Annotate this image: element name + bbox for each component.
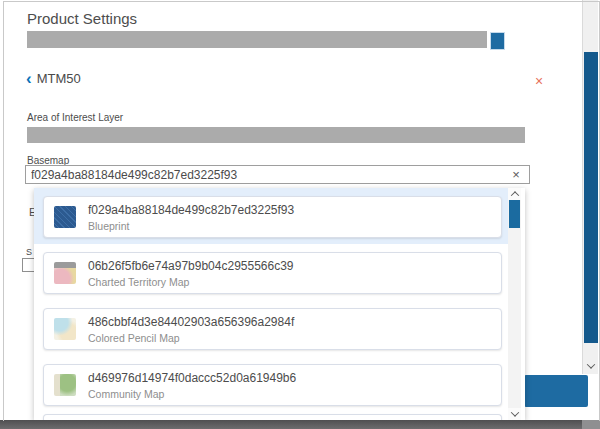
product-title-redacted-bar	[27, 31, 487, 48]
primary-action-button[interactable]	[524, 375, 588, 407]
window-bottom-edge	[0, 420, 600, 429]
close-icon[interactable]: ×	[531, 73, 547, 89]
basemap-option-id: f029a4ba88184de499c82b7ed3225f93	[88, 203, 294, 217]
back-chevron-icon: ‹	[26, 72, 32, 86]
basemap-option-card[interactable]: f029a4ba88184de499c82b7ed3225f93 Bluepri…	[43, 196, 502, 238]
scroll-down-icon[interactable]	[508, 408, 521, 420]
basemap-option-meta: f029a4ba88184de499c82b7ed3225f93 Bluepri…	[88, 203, 294, 232]
basemap-dropdown-list: f029a4ba88184de499c82b7ed3225f93 Bluepri…	[34, 188, 525, 420]
basemap-option-id: 486cbbf4d3e84402903a656396a2984f	[88, 315, 294, 329]
bg-partial-label: S	[26, 247, 32, 257]
basemap-option-name: Blueprint	[88, 220, 294, 232]
aoi-redacted-input[interactable]	[27, 127, 525, 143]
basemap-input[interactable]	[25, 165, 530, 184]
page-scrollbar[interactable]	[582, 0, 598, 374]
basemap-option-meta: 06b26f5fb6e74a97b9b04c2955566c39 Charted…	[88, 259, 294, 288]
basemap-option-card[interactable]: 486cbbf4d3e84402903a656396a2984f Colored…	[43, 308, 502, 350]
basemap-option-id: d469976d14974f0daccc52d0a61949b6	[88, 371, 296, 385]
basemap-option-name: Charted Territory Map	[88, 276, 294, 288]
basemap-option-row[interactable]: 06b26f5fb6e74a97b9b04c2955566c39 Charted…	[34, 244, 511, 300]
basemap-option-row[interactable]: d469976d14974f0daccc52d0a61949b6 Communi…	[34, 356, 511, 412]
basemap-option-meta: 486cbbf4d3e84402903a656396a2984f Colored…	[88, 315, 294, 344]
basemap-option-card[interactable]: d469976d14974f0daccc52d0a61949b6 Communi…	[43, 364, 502, 406]
dropdown-scrollbar-thumb[interactable]	[509, 200, 520, 228]
basemap-thumbnail	[54, 374, 76, 396]
basemap-thumbnail	[54, 206, 76, 228]
page-scroll-down-icon[interactable]	[583, 358, 598, 374]
back-button-label: MTM50	[37, 71, 81, 86]
basemap-option-card[interactable]: 06b26f5fb6e74a97b9b04c2955566c39 Charted…	[43, 252, 502, 294]
blue-swatch-button[interactable]	[490, 32, 505, 50]
basemap-option-row[interactable]: 486cbbf4d3e84402903a656396a2984f Colored…	[34, 300, 511, 356]
basemap-option-meta: d469976d14974f0daccc52d0a61949b6 Communi…	[88, 371, 296, 400]
scroll-up-icon[interactable]	[508, 188, 521, 200]
aoi-field-label: Area of Interest Layer	[27, 112, 123, 123]
basemap-thumbnail	[54, 318, 76, 340]
basemap-option-row[interactable]: f029a4ba88184de499c82b7ed3225f93 Bluepri…	[34, 188, 511, 244]
basemap-option-name: Community Map	[88, 388, 296, 400]
clear-input-icon[interactable]: ×	[507, 167, 525, 182]
back-button[interactable]: ‹ MTM50	[26, 71, 81, 86]
dropdown-scrollbar[interactable]	[508, 188, 521, 420]
basemap-option-name: Colored Pencil Map	[88, 332, 294, 344]
basemap-option-id: 06b26f5fb6e74a97b9b04c2955566c39	[88, 259, 294, 273]
page-scrollbar-thumb[interactable]	[584, 52, 598, 343]
page-title: Product Settings	[27, 10, 137, 27]
basemap-option-rows: f029a4ba88184de499c82b7ed3225f93 Bluepri…	[34, 188, 511, 429]
basemap-thumbnail	[54, 262, 76, 284]
